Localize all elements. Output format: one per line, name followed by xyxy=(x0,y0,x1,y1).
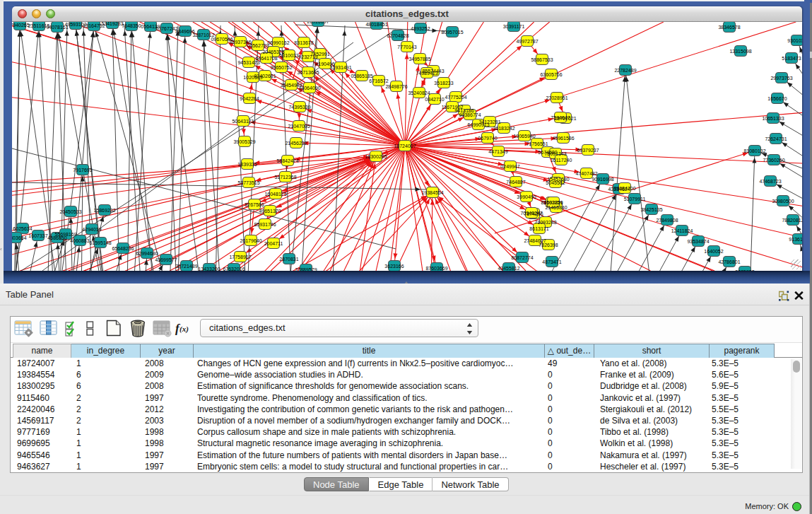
svg-text:50643171: 50643171 xyxy=(232,119,254,124)
svg-text:71093248: 71093248 xyxy=(534,220,556,225)
svg-text:7594647: 7594647 xyxy=(551,115,570,120)
svg-text:8613171: 8613171 xyxy=(529,226,548,231)
svg-text:21047095: 21047095 xyxy=(288,124,310,129)
svg-text:81080132: 81080132 xyxy=(743,148,765,153)
svg-text:8692221: 8692221 xyxy=(543,200,563,205)
svg-text:94531473: 94531473 xyxy=(237,60,259,65)
svg-text:5310033: 5310033 xyxy=(279,53,298,58)
svg-text:19384554: 19384554 xyxy=(421,190,443,195)
svg-text:13315098: 13315098 xyxy=(729,49,751,54)
svg-text:51079911: 51079911 xyxy=(624,197,646,201)
svg-text:58867533: 58867533 xyxy=(531,57,553,62)
svg-text:45961586: 45961586 xyxy=(552,136,574,141)
svg-text:05865185: 05865185 xyxy=(351,74,372,78)
svg-text:16117240: 16117240 xyxy=(551,158,572,163)
svg-text:18300295: 18300295 xyxy=(365,154,387,159)
svg-text:72624731: 72624731 xyxy=(765,136,787,141)
svg-text:0679740: 0679740 xyxy=(478,136,497,141)
svg-text:31931491: 31931491 xyxy=(329,65,351,70)
svg-text:9042284: 9042284 xyxy=(240,96,259,101)
svg-text:21465840: 21465840 xyxy=(545,205,567,210)
svg-text:69379237: 69379237 xyxy=(577,148,599,153)
svg-text:7826398: 7826398 xyxy=(539,243,558,247)
svg-text:1607337: 1607337 xyxy=(28,233,47,238)
svg-text:38346578: 38346578 xyxy=(718,25,740,30)
svg-text:18724007: 18724007 xyxy=(394,144,416,148)
svg-text:22782489: 22782489 xyxy=(614,68,636,73)
svg-text:7940265: 7940265 xyxy=(12,23,30,28)
svg-text:0249947: 0249947 xyxy=(500,164,519,169)
svg-text:(x): (x) xyxy=(180,325,189,334)
svg-text:44064090: 44064090 xyxy=(298,86,320,90)
svg-text:9136193: 9136193 xyxy=(789,237,802,242)
svg-text:06562729: 06562729 xyxy=(247,43,269,48)
svg-text:90916998: 90916998 xyxy=(592,177,613,182)
svg-text:51712368: 51712368 xyxy=(274,175,296,180)
svg-text:3623166: 3623166 xyxy=(384,264,404,269)
svg-text:74395339: 74395339 xyxy=(288,105,310,110)
svg-text:3518233: 3518233 xyxy=(434,81,453,86)
svg-text:47468723: 47468723 xyxy=(759,179,781,184)
svg-text:27889579: 27889579 xyxy=(295,267,317,271)
svg-text:06990162: 06990162 xyxy=(267,40,289,45)
svg-text:7452991: 7452991 xyxy=(310,52,329,57)
svg-text:2004711: 2004711 xyxy=(264,241,283,246)
svg-text:86872774: 86872774 xyxy=(511,255,533,260)
svg-text:7917693: 7917693 xyxy=(73,168,92,173)
svg-text:7464887: 7464887 xyxy=(506,180,525,185)
svg-text:61595148: 61595148 xyxy=(89,240,111,245)
svg-text:47775204: 47775204 xyxy=(445,95,466,100)
svg-text:4471349: 4471349 xyxy=(488,149,507,154)
svg-text:70348247: 70348247 xyxy=(520,211,542,216)
svg-text:71756551: 71756551 xyxy=(526,141,548,146)
svg-text:63605766: 63605766 xyxy=(540,72,562,77)
svg-text:53773515: 53773515 xyxy=(237,180,259,185)
svg-text:77360260: 77360260 xyxy=(763,158,784,163)
svg-text:10651333: 10651333 xyxy=(762,116,784,121)
svg-text:53419283: 53419283 xyxy=(101,22,123,26)
svg-text:49651370: 49651370 xyxy=(259,209,281,214)
svg-text:65648236: 65648236 xyxy=(112,246,134,251)
svg-text:19065940: 19065940 xyxy=(513,134,535,139)
svg-text:02402681: 02402681 xyxy=(254,74,276,78)
svg-text:7770143: 7770143 xyxy=(397,45,416,49)
svg-text:9301031: 9301031 xyxy=(787,38,802,43)
svg-text:16048175: 16048175 xyxy=(264,192,286,197)
svg-text:15869232: 15869232 xyxy=(93,208,115,213)
svg-text:35240824: 35240824 xyxy=(408,90,430,95)
svg-text:4060883: 4060883 xyxy=(70,238,89,243)
svg-text:34957885: 34957885 xyxy=(408,57,430,62)
svg-text:26179640: 26179640 xyxy=(240,238,261,243)
svg-text:4294019: 4294019 xyxy=(82,227,101,232)
svg-text:30980500: 30980500 xyxy=(772,199,794,204)
svg-text:28498776: 28498776 xyxy=(385,84,407,89)
svg-text:87603669: 87603669 xyxy=(425,266,447,271)
svg-text:93534874: 93534874 xyxy=(687,239,709,244)
svg-text:55698169: 55698169 xyxy=(54,232,76,237)
svg-text:4873471: 4873471 xyxy=(542,259,561,264)
svg-text:1640052: 1640052 xyxy=(704,249,723,254)
svg-text:7648350: 7648350 xyxy=(122,23,141,28)
svg-text:20450533: 20450533 xyxy=(59,209,81,214)
svg-text:8313678: 8313678 xyxy=(294,40,313,45)
svg-text:49972787: 49972787 xyxy=(516,39,538,44)
svg-text:6025634: 6025634 xyxy=(13,226,32,231)
svg-text:38721489: 38721489 xyxy=(175,264,197,269)
svg-text:36183242: 36183242 xyxy=(493,126,514,131)
svg-text:3990490: 3990490 xyxy=(517,194,536,199)
svg-text:62994680: 62994680 xyxy=(136,251,158,256)
svg-text:13433200: 13433200 xyxy=(198,267,220,271)
svg-text:30391171: 30391171 xyxy=(503,24,525,29)
svg-text:39084700: 39084700 xyxy=(613,186,635,191)
svg-text:58842474: 58842474 xyxy=(276,158,298,163)
svg-text:78091343: 78091343 xyxy=(544,151,566,156)
svg-text:43303654: 43303654 xyxy=(12,235,27,240)
svg-text:2870831: 2870831 xyxy=(279,257,298,262)
svg-text:21456232: 21456232 xyxy=(285,141,307,146)
svg-text:99386774: 99386774 xyxy=(459,112,481,117)
svg-text:2805982: 2805982 xyxy=(735,269,754,271)
svg-text:67632016: 67632016 xyxy=(223,267,245,271)
svg-text:74989413: 74989413 xyxy=(416,71,437,76)
svg-text:99650752: 99650752 xyxy=(270,65,292,70)
svg-text:85931746: 85931746 xyxy=(254,222,276,227)
